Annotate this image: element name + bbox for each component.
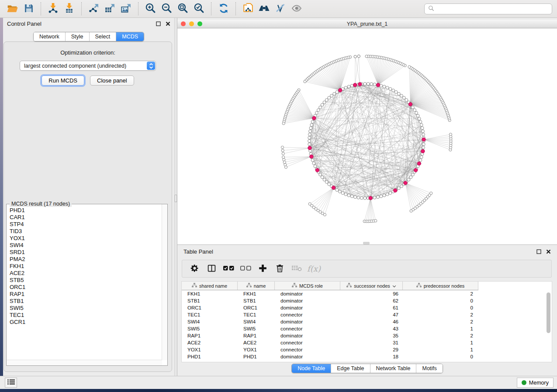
network-node[interactable]	[413, 109, 416, 112]
deselect-all-button[interactable]	[237, 261, 254, 277]
close-panel-icon[interactable]	[166, 21, 170, 26]
mcds-result-item[interactable]: STB1	[10, 298, 162, 305]
table-row[interactable]: ACE2ACE2connector311	[182, 339, 552, 346]
mcds-hub-node[interactable]	[312, 116, 316, 120]
network-leaf-node[interactable]	[283, 161, 286, 164]
network-node[interactable]	[360, 196, 363, 199]
tab-node-table[interactable]: Node Table	[292, 364, 331, 373]
tab-motifs[interactable]: Motifs	[416, 364, 442, 373]
network-node[interactable]	[383, 194, 386, 197]
network-node[interactable]	[392, 89, 395, 92]
network-node[interactable]	[357, 196, 360, 199]
network-node[interactable]	[347, 194, 350, 197]
network-node[interactable]	[321, 176, 324, 179]
network-node[interactable]	[415, 111, 418, 114]
network-node[interactable]	[321, 103, 324, 107]
table-row[interactable]: RAP1RAP1dominator352	[182, 332, 552, 339]
network-graph[interactable]	[177, 28, 557, 244]
result-horizontal-scrollbar[interactable]	[7, 360, 162, 365]
network-leaf-node[interactable]	[449, 133, 452, 136]
network-node[interactable]	[383, 85, 386, 88]
mcds-hub-node[interactable]	[308, 146, 311, 150]
network-node[interactable]	[317, 109, 320, 112]
import-table-button[interactable]	[61, 1, 77, 16]
network-node[interactable]	[319, 106, 322, 109]
network-node[interactable]	[336, 189, 339, 192]
binoculars-button[interactable]	[256, 1, 272, 16]
network-node[interactable]	[389, 87, 392, 90]
network-node[interactable]	[398, 187, 401, 190]
mcds-result-item[interactable]: PHD1	[10, 207, 162, 214]
network-leaf-node[interactable]	[408, 65, 411, 68]
column-header-mcds-role[interactable]: MCDS role	[275, 282, 340, 290]
network-node[interactable]	[373, 196, 376, 199]
run-mcds-button[interactable]: Run MCDS	[42, 76, 84, 86]
network-node[interactable]	[386, 193, 389, 196]
network-node[interactable]	[418, 117, 421, 120]
network-node[interactable]	[341, 192, 344, 195]
network-node[interactable]	[416, 114, 419, 117]
mcds-hub-node[interactable]	[417, 162, 421, 165]
network-leaf-node[interactable]	[282, 156, 285, 158]
mcds-hub-node[interactable]	[353, 83, 357, 87]
network-node[interactable]	[422, 133, 425, 136]
network-node[interactable]	[308, 136, 311, 139]
window-close-button[interactable]	[181, 21, 186, 26]
network-node[interactable]	[419, 120, 422, 124]
network-leaf-node[interactable]	[281, 146, 284, 148]
mcds-hub-node[interactable]	[376, 83, 380, 87]
network-leaf-node[interactable]	[281, 149, 284, 152]
column-header-predecessor-nodes[interactable]: predecessor nodes	[403, 282, 478, 290]
mcds-result-item[interactable]: YOX1	[10, 235, 162, 242]
network-node[interactable]	[389, 192, 392, 195]
mcds-hub-node[interactable]	[369, 196, 372, 200]
export-image-button[interactable]	[118, 1, 134, 16]
close-panel-icon[interactable]	[546, 249, 551, 254]
network-node[interactable]	[314, 165, 317, 168]
network-node[interactable]	[398, 93, 401, 96]
network-node[interactable]	[328, 183, 331, 186]
table-row[interactable]: PHD1PHD1dominator180	[182, 353, 552, 360]
select-all-button[interactable]	[220, 261, 237, 277]
mcds-result-item[interactable]: TEC1	[10, 312, 162, 319]
network-node[interactable]	[315, 111, 318, 114]
network-node[interactable]	[363, 197, 367, 200]
tab-select[interactable]: Select	[89, 32, 116, 41]
mcds-hub-node[interactable]	[421, 149, 425, 153]
export-table-button[interactable]	[102, 1, 118, 16]
tab-mcds[interactable]: MCDS	[116, 32, 144, 41]
network-leaf-node[interactable]	[304, 80, 306, 83]
network-node[interactable]	[394, 90, 398, 93]
mcds-hub-node[interactable]	[408, 103, 412, 106]
network-node[interactable]	[400, 185, 403, 188]
import-network-button[interactable]	[45, 1, 61, 16]
mcds-result-item[interactable]: ACE2	[10, 270, 162, 277]
float-panel-icon[interactable]	[156, 21, 161, 26]
mcds-hub-node[interactable]	[358, 83, 362, 86]
tab-edge-table[interactable]: Edge Table	[331, 364, 370, 373]
network-node[interactable]	[370, 83, 373, 86]
network-node[interactable]	[344, 86, 347, 89]
network-node[interactable]	[325, 99, 328, 102]
network-node[interactable]	[409, 176, 412, 179]
mcds-result-item[interactable]: TID3	[10, 228, 162, 235]
hide-details-button[interactable]	[272, 1, 288, 16]
delete-row-button[interactable]	[271, 261, 288, 277]
table-row[interactable]: TEC1TEC1connector472	[182, 311, 552, 318]
network-node[interactable]	[405, 99, 408, 102]
network-node[interactable]	[309, 130, 312, 133]
network-node[interactable]	[380, 195, 383, 198]
show-details-button[interactable]	[288, 1, 304, 16]
table-row[interactable]: SWI4SWI4dominator462	[182, 318, 552, 325]
columns-button[interactable]	[203, 261, 220, 277]
network-leaf-node[interactable]	[323, 213, 326, 216]
network-canvas[interactable]	[177, 28, 557, 244]
column-header-name[interactable]: name	[238, 282, 275, 290]
network-node[interactable]	[420, 124, 423, 127]
network-node[interactable]	[363, 83, 367, 86]
network-node[interactable]	[347, 85, 350, 88]
network-node[interactable]	[400, 94, 403, 97]
network-node[interactable]	[309, 127, 312, 130]
result-vertical-scrollbar[interactable]	[162, 204, 167, 360]
mcds-result-item[interactable]: STB5	[10, 277, 162, 284]
